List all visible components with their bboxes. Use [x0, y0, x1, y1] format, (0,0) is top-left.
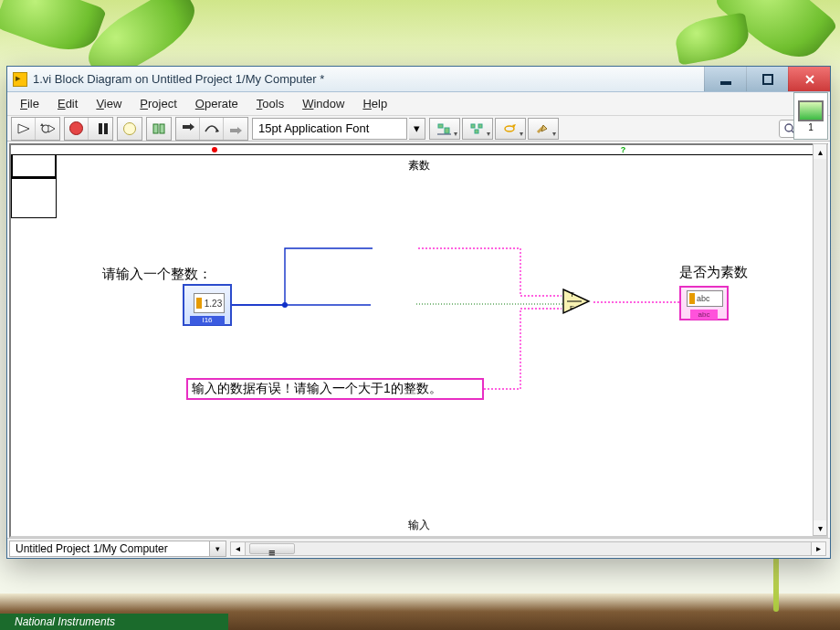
subvi-prime-label: 素数	[11, 158, 826, 173]
menu-project[interactable]: Project	[131, 92, 185, 115]
titlebar[interactable]: 1.vi Block Diagram on Untitled Project 1…	[7, 67, 830, 92]
leaf-decor	[673, 12, 752, 65]
company-footer: National Instruments	[0, 614, 228, 630]
menu-view[interactable]: View	[87, 92, 131, 115]
step-into-button[interactable]	[176, 118, 200, 140]
string-constant-error[interactable]: 输入的数据有误！请输入一个大于1的整数。	[186, 378, 484, 400]
cleanup-button[interactable]	[528, 118, 559, 140]
svg-text:T: T	[570, 290, 574, 299]
menu-operate[interactable]: Operate	[186, 92, 247, 115]
indicator-datatype: abc	[690, 310, 718, 320]
reorder-button[interactable]	[495, 118, 526, 140]
numeric-control[interactable]: 1.23 I16	[183, 284, 232, 326]
menu-tools[interactable]: Tools	[247, 92, 293, 115]
font-selector[interactable]: 15pt Application Font	[252, 118, 407, 140]
svg-rect-4	[153, 124, 158, 133]
menubar: File Edit View Project Operate Tools Win…	[7, 92, 830, 116]
svg-rect-1	[763, 75, 772, 84]
svg-text:F: F	[570, 304, 574, 312]
input-control-label[interactable]: 请输入一个整数：	[102, 266, 212, 283]
svg-point-12	[785, 124, 793, 131]
output-indicator-label[interactable]: 是否为素数	[679, 264, 748, 281]
scroll-up[interactable]: ▴	[814, 144, 826, 159]
svg-rect-11	[475, 130, 478, 133]
scroll-right[interactable]: ▸	[811, 542, 825, 555]
pause-button[interactable]	[89, 118, 112, 140]
toolbar: 15pt Application Font ▾ ?	[7, 116, 830, 142]
vi-icon-pane[interactable]: 1	[793, 92, 828, 140]
string-constant-text: 输入的数据有误！请输入一个大于1的整数。	[192, 381, 442, 395]
font-label: 15pt Application Font	[258, 121, 369, 135]
project-path[interactable]: Untitled Project 1/My Computer	[9, 541, 210, 557]
vertical-scrollbar[interactable]: ▴ ▾	[813, 143, 827, 536]
indicator-text: abc	[697, 294, 710, 303]
svg-rect-0	[721, 82, 730, 84]
block-diagram-canvas[interactable]: 请输入一个整数： 是否为素数 1.23 I16 ◂▸ 素数 ? 输入 TF ab…	[9, 143, 828, 538]
select-function[interactable]: TF	[562, 288, 594, 315]
svg-rect-10	[478, 124, 482, 128]
ctrl-datatype: I16	[190, 316, 225, 325]
question-icon: ?	[621, 145, 626, 154]
ctrl-value: 1.23	[205, 299, 222, 309]
svg-rect-7	[445, 128, 449, 133]
svg-rect-9	[471, 124, 475, 128]
font-dropdown[interactable]: ▾	[409, 118, 425, 140]
svg-point-14	[282, 302, 288, 308]
distribute-button[interactable]	[462, 118, 493, 140]
scroll-thumb[interactable]: ≡	[249, 543, 295, 554]
scroll-left[interactable]: ◂	[231, 542, 246, 555]
subvi-input-label: 输入	[11, 518, 826, 533]
run-continuous-button[interactable]	[36, 118, 59, 140]
minimize-button[interactable]	[704, 67, 746, 91]
svg-rect-5	[160, 124, 164, 133]
icon-index: 1	[808, 122, 814, 132]
svg-rect-6	[438, 124, 443, 128]
close-button[interactable]	[788, 67, 830, 91]
subvi-input-check[interactable]: ? 输入	[11, 178, 57, 218]
window-title: 1.vi Block Diagram on Untitled Project 1…	[33, 72, 704, 86]
abort-button[interactable]	[65, 118, 89, 140]
highlight-execution-button[interactable]	[118, 118, 142, 140]
wires-overlay	[11, 145, 826, 536]
scroll-down[interactable]: ▾	[814, 520, 826, 535]
maximize-button[interactable]	[746, 67, 788, 91]
vi-icon	[13, 72, 27, 87]
menu-file[interactable]: File	[11, 92, 48, 115]
scope-icon	[798, 100, 824, 121]
string-indicator[interactable]: abc abc	[679, 286, 729, 320]
menu-window[interactable]: Window	[293, 92, 353, 115]
labview-window: 1.vi Block Diagram on Untitled Project 1…	[6, 66, 831, 559]
retain-wire-values-button[interactable]	[147, 118, 171, 140]
statusbar: Untitled Project 1/My Computer ▾ ◂ ≡ ▸	[7, 538, 830, 558]
step-out-button[interactable]	[224, 118, 247, 140]
step-over-button[interactable]	[200, 118, 224, 140]
project-path-dropdown[interactable]: ▾	[210, 541, 226, 557]
menu-help[interactable]: Help	[353, 92, 396, 115]
align-button[interactable]	[429, 118, 460, 140]
menu-edit[interactable]: Edit	[48, 92, 87, 115]
run-button[interactable]	[12, 118, 36, 140]
horizontal-scrollbar[interactable]: ◂ ≡ ▸	[230, 541, 826, 556]
